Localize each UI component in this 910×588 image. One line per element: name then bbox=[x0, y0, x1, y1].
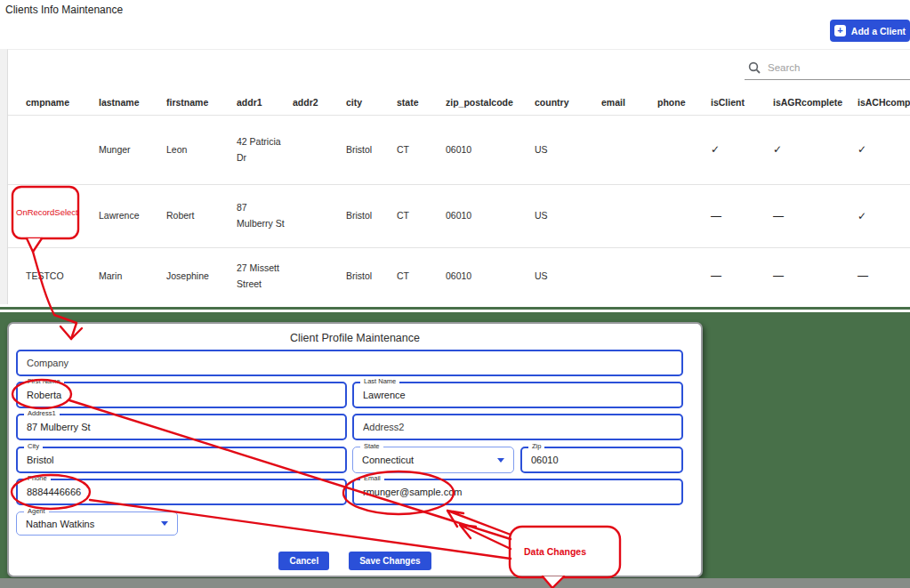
dash-icon: — bbox=[850, 267, 910, 285]
page-title: Clients Info Maintenance bbox=[5, 4, 123, 16]
city-label: City bbox=[24, 442, 43, 450]
state-field: State Connecticut bbox=[352, 447, 514, 473]
agent-select[interactable]: Nathan Watkins bbox=[16, 511, 178, 536]
table-row[interactable]: TESTCO Marin Josephine 27 Missett Street… bbox=[8, 247, 910, 304]
table-row[interactable]: Munger Leon 42 Patricia Dr Bristol CT 06… bbox=[8, 115, 910, 184]
col-header-isACHcomplete: isACHcomplete bbox=[850, 97, 910, 108]
state-value: Connecticut bbox=[362, 455, 414, 465]
dash-icon: — bbox=[766, 267, 850, 285]
col-header-zip: zip_postalcode bbox=[439, 97, 527, 108]
first-name-label: First Name bbox=[24, 377, 64, 385]
company-input[interactable] bbox=[16, 350, 683, 376]
agent-field: Agent Nathan Watkins bbox=[16, 511, 178, 536]
last-name-field: Last Name bbox=[352, 382, 683, 408]
dropdown-arrow-icon bbox=[497, 458, 504, 463]
address2-field bbox=[352, 414, 683, 440]
email-label: Email bbox=[360, 474, 384, 482]
col-header-addr2: addr2 bbox=[286, 97, 339, 108]
phone-field: Phone bbox=[16, 479, 347, 505]
add-client-button[interactable]: + Add a Client bbox=[830, 20, 910, 42]
col-header-firstname: firstname bbox=[159, 97, 230, 108]
cancel-button[interactable]: Cancel bbox=[278, 552, 329, 570]
last-name-label: Last Name bbox=[360, 377, 399, 385]
col-header-state: state bbox=[390, 97, 439, 108]
search-field bbox=[745, 55, 910, 80]
first-name-input[interactable] bbox=[16, 382, 347, 408]
last-name-input[interactable] bbox=[352, 382, 683, 408]
state-select[interactable]: Connecticut bbox=[352, 447, 514, 473]
email-input[interactable] bbox=[352, 479, 683, 505]
col-header-lastname: lastname bbox=[92, 97, 159, 108]
bottom-strip bbox=[0, 578, 910, 588]
col-header-cmpname: cmpname bbox=[19, 97, 92, 108]
agent-value: Nathan Watkins bbox=[26, 519, 94, 529]
col-header-addr1: addr1 bbox=[230, 97, 286, 108]
phone-label: Phone bbox=[24, 474, 51, 482]
client-profile-modal: Client Profile Maintenance First Name La… bbox=[7, 322, 703, 577]
zip-field: Zip bbox=[520, 447, 683, 473]
dash-icon: — bbox=[766, 207, 850, 225]
check-icon: ✓ bbox=[850, 207, 910, 225]
email-field: Email bbox=[352, 479, 683, 505]
plus-icon: + bbox=[834, 25, 846, 36]
col-header-phone: phone bbox=[650, 97, 704, 108]
check-icon: ✓ bbox=[704, 141, 766, 158]
search-icon bbox=[748, 61, 761, 74]
col-header-country: country bbox=[527, 97, 594, 108]
city-input[interactable] bbox=[16, 447, 347, 473]
table-header-row: cmpname lastname firstname addr1 addr2 c… bbox=[8, 90, 910, 115]
address2-input[interactable] bbox=[352, 414, 683, 440]
clients-table-card: cmpname lastname firstname addr1 addr2 c… bbox=[7, 49, 910, 304]
col-header-isClient: isClient bbox=[704, 97, 766, 108]
agent-label: Agent bbox=[24, 507, 49, 515]
modal-title: Client Profile Maintenance bbox=[9, 332, 701, 344]
company-field bbox=[16, 350, 683, 376]
col-header-city: city bbox=[339, 97, 390, 108]
check-icon: ✓ bbox=[850, 141, 910, 158]
phone-input[interactable] bbox=[16, 479, 347, 505]
city-field: City bbox=[16, 447, 347, 473]
first-name-field: First Name bbox=[16, 382, 347, 408]
add-client-label: Add a Client bbox=[851, 26, 906, 36]
search-input[interactable] bbox=[768, 62, 892, 73]
dash-icon: — bbox=[704, 267, 766, 285]
left-gutter bbox=[0, 49, 7, 304]
address1-label: Address1 bbox=[24, 409, 60, 417]
col-header-isAGRcomplete: isAGRcomplete bbox=[766, 97, 850, 108]
address1-input[interactable] bbox=[16, 414, 347, 440]
state-label: State bbox=[360, 442, 383, 450]
zip-label: Zip bbox=[528, 442, 544, 450]
save-changes-button[interactable]: Save Changes bbox=[349, 552, 431, 570]
dash-icon: — bbox=[704, 207, 766, 225]
col-header-email: email bbox=[594, 97, 650, 108]
address1-field: Address1 bbox=[16, 414, 347, 440]
table-row[interactable]: Lawrence Robert 87 Mulberry St Bristol C… bbox=[8, 184, 910, 247]
zip-input[interactable] bbox=[520, 447, 683, 473]
dropdown-arrow-icon bbox=[161, 521, 168, 526]
check-icon: ✓ bbox=[766, 141, 850, 158]
